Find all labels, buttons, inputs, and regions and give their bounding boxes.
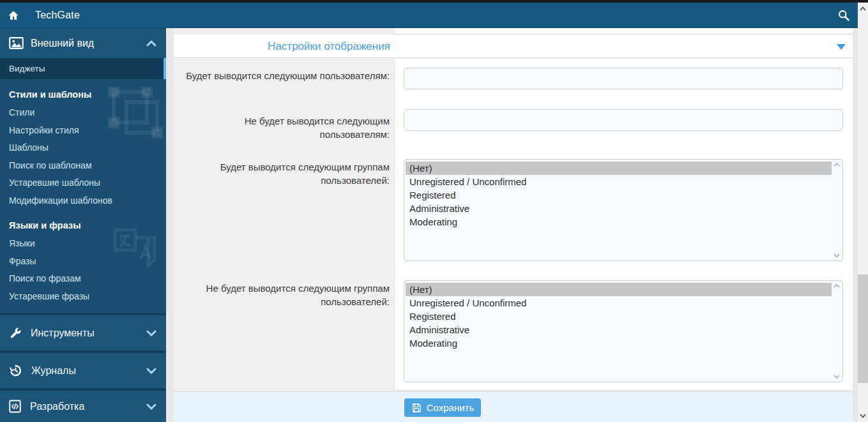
sidebar-section-label: Разработка [30, 401, 84, 412]
brand-title: TechGate [35, 10, 80, 21]
scroll-up-icon[interactable] [834, 163, 840, 167]
sidebar-section-label: Инструменты [31, 328, 95, 339]
home-icon[interactable] [8, 10, 19, 21]
select-option[interactable]: Moderating [406, 215, 832, 229]
sidebar-section-label: Журналы [31, 365, 76, 377]
sidebar-group-items: СтилиНастройки стиляШаблоныПоиск по шабл… [9, 108, 160, 206]
save-button[interactable]: Сохранить [404, 398, 481, 417]
select-option[interactable]: (Нет) [406, 283, 832, 296]
form-footer: Сохранить [174, 391, 853, 422]
content-panel: Настройки отображения Будет выводится сл… [174, 28, 853, 422]
sidebar-group-header: Языки и фразы [9, 220, 160, 230]
field-label-show-users: Будет выводится следующим пользователям: [179, 69, 390, 82]
chevron-up-icon [146, 40, 156, 47]
scroll-down-icon[interactable] [834, 375, 840, 379]
multiselect-scrollbar[interactable] [832, 161, 841, 259]
sidebar-item[interactable]: Устаревшие шаблоны [9, 178, 160, 188]
sidebar-section-tools[interactable]: Инструменты [0, 313, 166, 350]
display-settings-header: Настройки отображения [174, 35, 853, 58]
collapse-section-icon[interactable] [837, 44, 846, 50]
sidebar-item-widgets[interactable]: Виджеты [0, 58, 166, 79]
save-icon [411, 403, 422, 413]
sidebar-item[interactable]: Поиск по шаблонам [9, 161, 160, 170]
sidebar-item[interactable]: Поиск по фразам [9, 274, 160, 283]
chevron-down-icon [146, 368, 156, 374]
select-option[interactable]: Moderating [406, 336, 832, 350]
sidebar-item-label: Виджеты [9, 64, 45, 73]
history-icon [9, 364, 22, 377]
chevron-down-icon [146, 330, 156, 336]
sidebar-item[interactable]: Шаблоны [9, 143, 160, 153]
sidebar-item[interactable]: Модификации шаблонов [9, 196, 160, 206]
show-users-input[interactable] [404, 68, 843, 89]
select-option[interactable]: (Нет) [406, 162, 832, 175]
section-title[interactable]: Настройки отображения [174, 40, 484, 53]
sidebar-item[interactable]: Фразы [9, 257, 160, 266]
display-settings-form: Будет выводится следующим пользователям:… [174, 59, 853, 391]
scroll-up-icon[interactable] [834, 284, 840, 288]
hide-users-input[interactable] [404, 109, 843, 131]
wrench-icon [9, 327, 22, 340]
field-label-hide-users: Не будет выводится следующим пользовател… [236, 114, 390, 141]
multiselect-scrollbar[interactable] [832, 282, 841, 381]
select-option[interactable]: Administrative [406, 323, 832, 336]
sidebar-item[interactable]: Устаревшие фразы [9, 292, 160, 301]
code-icon [9, 400, 21, 413]
topbar: TechGate [0, 3, 858, 28]
select-option[interactable]: Unregistered / Unconfirmed [406, 296, 832, 310]
sidebar: Внешний вид Виджеты Стили и шаблоны Стил… [0, 28, 166, 422]
sidebar-item[interactable]: Стили [9, 108, 160, 117]
sidebar-section-journals[interactable]: Журналы [0, 350, 166, 388]
sidebar-item[interactable]: Настройки стиля [9, 126, 160, 135]
page-scrollbar[interactable] [858, 3, 868, 422]
scrollbar-up-icon[interactable] [860, 6, 866, 11]
chevron-down-icon [146, 403, 156, 410]
sidebar-section-label: Внешний вид [31, 38, 94, 49]
previous-section-edge [174, 28, 853, 34]
scrollbar-thumb[interactable] [858, 275, 868, 383]
label-column [174, 59, 395, 391]
field-label-show-groups: Будет выводится следующим группам пользо… [211, 160, 390, 187]
hide-groups-multiselect[interactable]: (Нет)Unregistered / UnconfirmedRegistere… [404, 280, 843, 382]
search-icon[interactable] [837, 9, 850, 22]
sidebar-group-header: Стили и шаблоны [9, 89, 160, 100]
sidebar-group-styles-templates: Стили и шаблоны СтилиНастройки стиляШабл… [9, 89, 160, 213]
select-option[interactable]: Administrative [406, 202, 832, 215]
show-groups-multiselect[interactable]: (Нет)Unregistered / UnconfirmedRegistere… [404, 159, 843, 261]
image-icon [9, 37, 24, 49]
scroll-down-icon[interactable] [834, 253, 840, 257]
sidebar-section-appearance[interactable]: Внешний вид [0, 28, 166, 58]
previous-section-label-column [174, 28, 395, 34]
sidebar-item[interactable]: Языки [9, 239, 160, 248]
select-option[interactable]: Unregistered / Unconfirmed [406, 175, 832, 188]
select-option[interactable]: Registered [406, 188, 832, 202]
sidebar-group-languages-phrases: Языки и фразы ЯзыкиФразыПоиск по фразамУ… [9, 220, 160, 309]
field-label-hide-groups: Не будет выводится следующим группам пол… [198, 282, 390, 308]
scrollbar-down-icon[interactable] [860, 414, 866, 418]
sidebar-section-development[interactable]: Разработка [0, 388, 166, 422]
active-indicator [164, 58, 166, 79]
save-button-label: Сохранить [427, 402, 475, 413]
sidebar-group-items: ЯзыкиФразыПоиск по фразамУстаревшие фраз… [9, 239, 160, 301]
admin-screen: TechGate [0, 0, 868, 422]
select-option[interactable]: Registered [406, 310, 832, 323]
